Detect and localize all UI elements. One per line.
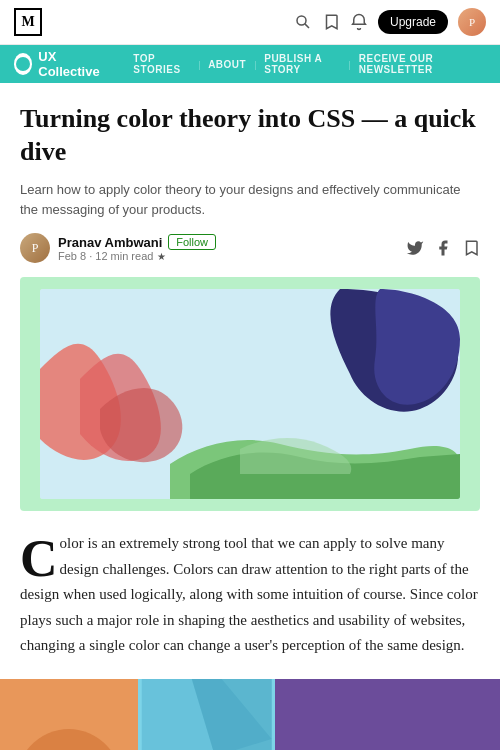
hero-image-wrapper [20, 277, 480, 511]
article-title: Turning color theory into CSS — a quick … [20, 103, 480, 168]
ux-nav-links: TOP STORIES | ABOUT | PUBLISH A STORY | … [125, 53, 486, 75]
save-icon[interactable] [462, 239, 480, 257]
nav-about[interactable]: ABOUT [200, 59, 254, 70]
author-avatar[interactable]: P [20, 233, 50, 263]
twitter-icon[interactable] [406, 239, 424, 257]
medium-logo[interactable]: M [14, 8, 42, 36]
nav-publish[interactable]: PUBLISH A STORY [256, 53, 349, 75]
author-name: Pranav Ambwani [58, 235, 162, 250]
author-meta: Feb 8 · 12 min read ★ [58, 250, 216, 262]
star-icon: ★ [157, 251, 166, 262]
hero-illustration [40, 289, 460, 499]
colors-matter-block: Colors Matter [0, 679, 500, 751]
avatar[interactable]: P [458, 8, 486, 36]
nav-top-stories[interactable]: TOP STORIES [125, 53, 198, 75]
ux-collective-nav: UX Collective TOP STORIES | ABOUT | PUBL… [0, 45, 500, 83]
bookmark-icon[interactable] [322, 13, 340, 31]
hero-canvas [40, 289, 460, 499]
author-info: Pranav Ambwani Follow Feb 8 · 12 min rea… [58, 234, 216, 262]
ux-logo-circle [14, 53, 32, 75]
author-name-row: Pranav Ambwani Follow [58, 234, 216, 250]
facebook-icon[interactable] [434, 239, 452, 257]
article: Turning color theory into CSS — a quick … [0, 83, 500, 511]
colors-grid [0, 679, 275, 751]
top-bar: M Upgrade P [0, 0, 500, 45]
ux-logo: UX Collective [14, 49, 107, 79]
top-bar-right: Upgrade P [294, 8, 486, 36]
color-cell-1 [0, 679, 138, 751]
author-left: P Pranav Ambwani Follow Feb 8 · 12 min r… [20, 233, 216, 263]
colors-matter-panel: Colors Matter [275, 679, 500, 751]
ux-logo-inner [16, 57, 30, 71]
svg-point-0 [297, 16, 306, 25]
search-icon[interactable] [294, 13, 312, 31]
author-row: P Pranav Ambwani Follow Feb 8 · 12 min r… [20, 233, 480, 263]
svg-line-1 [305, 24, 309, 28]
top-bar-left: M [14, 8, 42, 36]
svg-point-3 [14, 729, 124, 751]
notification-icon[interactable] [350, 13, 368, 31]
body-paragraph: olor is an extremely strong tool that we… [20, 535, 478, 653]
ux-brand-name[interactable]: UX Collective [38, 49, 107, 79]
article-body: Color is an extremely strong tool that w… [0, 531, 500, 659]
drop-cap: C [20, 537, 58, 581]
upgrade-button[interactable]: Upgrade [378, 10, 448, 34]
follow-button[interactable]: Follow [168, 234, 216, 250]
nav-newsletter[interactable]: RECEIVE OUR NEWSLETTER [351, 53, 486, 75]
author-actions [406, 239, 480, 257]
article-subtitle: Learn how to apply color theory to your … [20, 180, 480, 219]
color-cell-2 [138, 679, 276, 751]
